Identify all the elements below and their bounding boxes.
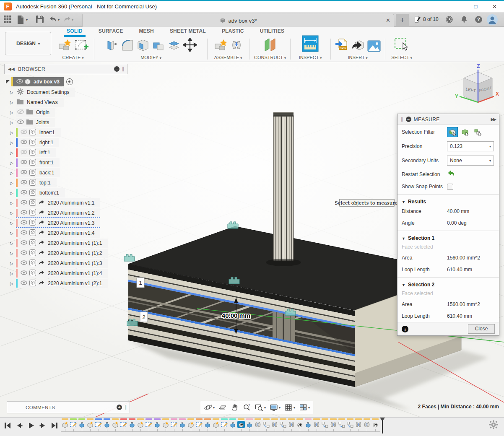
insert-canvas-icon[interactable]: [367, 40, 381, 54]
press-pull-icon[interactable]: [105, 39, 119, 54]
sketch-feature-icon[interactable]: [70, 421, 77, 428]
ribbon-tab-sheet-metal[interactable]: SHEET METAL: [162, 27, 214, 36]
timeline-feature[interactable]: [338, 418, 346, 431]
browser-tree-item[interactable]: ▷ Joints: [4, 117, 128, 127]
derive-feature-icon[interactable]: [296, 421, 304, 428]
visibility-eye-icon[interactable]: [16, 119, 25, 126]
browser-header[interactable]: ◀◀ BROWSER – ∥: [4, 64, 127, 74]
as-built-joint-icon[interactable]: [346, 421, 354, 428]
as-built-joint-icon[interactable]: [279, 421, 287, 428]
inspect-group-label[interactable]: INSPECT ▾: [293, 55, 328, 60]
show-snap-points-checkbox[interactable]: [447, 184, 453, 190]
visibility-eye-icon[interactable]: [19, 189, 29, 196]
browser-tree-item[interactable]: ▷ 2020 Aluminium v1:2: [4, 208, 128, 218]
add-comment-icon[interactable]: +: [117, 405, 122, 410]
viewports-icon[interactable]: ▾: [299, 403, 310, 412]
display-settings-icon[interactable]: ▾: [270, 403, 281, 412]
timeline-feature[interactable]: [346, 418, 354, 431]
sketch-feature-icon[interactable]: [145, 421, 153, 428]
help-icon[interactable]: ?: [475, 16, 483, 24]
expand-arrow-icon[interactable]: ▷: [10, 251, 16, 256]
fit-icon[interactable]: ▾: [255, 403, 266, 412]
as-built-joint-icon[interactable]: [321, 421, 329, 428]
expand-arrow-icon[interactable]: ▷: [10, 211, 16, 215]
maximize-button[interactable]: □: [466, 1, 485, 13]
derive-feature-icon[interactable]: [237, 421, 245, 428]
insert-group-label[interactable]: INSERT ▾: [333, 55, 382, 60]
browser-drag-handle[interactable]: ∥: [122, 66, 125, 72]
undo-caret[interactable]: ▾: [58, 18, 60, 22]
timeline-feature[interactable]: [296, 418, 304, 431]
timeline-position-marker[interactable]: [379, 418, 385, 433]
redo-icon[interactable]: [63, 16, 71, 24]
activate-component-radio[interactable]: [66, 78, 73, 85]
visibility-eye-icon[interactable]: [19, 129, 29, 136]
joint-feature-icon[interactable]: [330, 421, 337, 428]
selection2-section-header[interactable]: ▼Selection 2: [397, 279, 499, 288]
visibility-eye-icon[interactable]: [19, 280, 29, 287]
visibility-eye-icon[interactable]: [19, 250, 29, 257]
joint-feature-icon[interactable]: [313, 421, 320, 428]
joint-feature-icon[interactable]: [288, 421, 295, 428]
save-icon[interactable]: [36, 16, 44, 24]
timeline-feature[interactable]: [321, 418, 329, 431]
assemble-new-component-icon[interactable]: [214, 39, 228, 54]
visibility-eye-icon[interactable]: [19, 260, 29, 267]
visibility-eye-icon[interactable]: [19, 240, 29, 247]
extrude-feature-icon[interactable]: [103, 421, 111, 428]
visibility-eye-icon[interactable]: [19, 139, 29, 146]
derive-feature-icon[interactable]: [372, 421, 379, 428]
expand-arrow-icon[interactable]: ▷: [10, 201, 16, 205]
create-sketch-icon[interactable]: [74, 39, 88, 54]
visibility-eye-icon[interactable]: [19, 159, 29, 166]
measure-drag-handle[interactable]: ∥: [401, 117, 403, 122]
browser-tree-item[interactable]: ▷ left:1: [4, 148, 128, 158]
filter-face-button[interactable]: [447, 127, 458, 137]
browser-tree-item[interactable]: ▷ Origin: [4, 107, 128, 117]
timeline-settings-gear-icon[interactable]: [489, 420, 498, 431]
expand-arrow-icon[interactable]: ▷: [10, 161, 16, 165]
tab-close-icon[interactable]: ✕: [386, 17, 390, 23]
expand-arrow-icon[interactable]: ▷: [10, 191, 16, 195]
visibility-eye-icon[interactable]: [19, 210, 29, 216]
browser-tree-item[interactable]: ▷ inner:1: [4, 127, 128, 138]
timeline-feature[interactable]: [270, 418, 279, 431]
measure-dialog-header[interactable]: ∥ – MEASURE ▶▶: [397, 114, 499, 125]
sketch-feature-icon[interactable]: [170, 421, 178, 428]
expand-arrow-icon[interactable]: ▷: [10, 130, 16, 135]
timeline-feature[interactable]: [254, 418, 262, 431]
browser-tree-item[interactable]: ▷ 2020 Aluminium v1 (1):4: [4, 268, 128, 278]
timeline-feature[interactable]: [354, 418, 363, 431]
browser-tree-item[interactable]: ▷ 2020 Aluminium v1 (1):1: [4, 238, 128, 248]
expand-arrow-icon[interactable]: ▷: [10, 90, 16, 95]
extrude-feature-icon[interactable]: [78, 421, 86, 428]
ribbon-tab-solid[interactable]: SOLID: [59, 27, 91, 36]
expand-arrow-icon[interactable]: ▷: [10, 181, 16, 185]
insert-derive-icon[interactable]: [351, 39, 365, 54]
play-button[interactable]: [27, 421, 35, 430]
selection1-section-header[interactable]: ▼Selection 1: [397, 233, 499, 242]
timeline-feature[interactable]: [153, 418, 161, 431]
timeline-feature[interactable]: [304, 418, 312, 431]
timeline-feature[interactable]: [86, 418, 94, 431]
ribbon-tab-surface[interactable]: SURFACE: [91, 27, 131, 36]
measure-minimize-icon[interactable]: –: [406, 117, 411, 122]
comments-bar[interactable]: COMMENTS + ∥: [7, 401, 130, 413]
filter-body-button[interactable]: [460, 127, 470, 137]
new-component-icon[interactable]: [61, 421, 69, 428]
browser-root-item[interactable]: adv box v3: [6, 76, 128, 87]
fillet-icon[interactable]: [121, 39, 134, 54]
app-grid-menu-icon[interactable]: [4, 16, 12, 24]
timeline-feature[interactable]: [145, 418, 153, 431]
restart-selection-icon[interactable]: [447, 170, 455, 179]
timeline-feature[interactable]: [136, 418, 145, 431]
timeline-feature[interactable]: [287, 418, 296, 431]
as-built-joint-icon[interactable]: [338, 421, 346, 428]
timeline-feature[interactable]: [103, 418, 111, 431]
browser-tree-item[interactable]: ▷ 2020 Aluminium v1:4: [4, 228, 128, 238]
expand-arrow-icon[interactable]: ▷: [10, 221, 16, 226]
timeline-feature[interactable]: [363, 418, 371, 431]
combine-icon[interactable]: [152, 39, 165, 54]
timeline-feature[interactable]: [220, 418, 229, 431]
joint-icon[interactable]: [230, 39, 243, 54]
